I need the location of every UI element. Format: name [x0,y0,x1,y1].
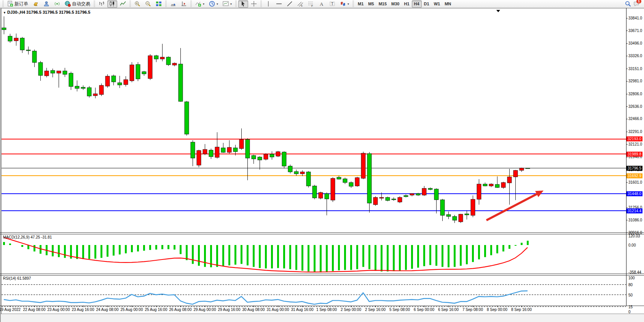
chat-icon[interactable]: 1 [633,1,639,7]
time-axis-label[interactable]: 24 Aug 08:00 [96,308,119,312]
candle-body [453,216,457,220]
tile-windows-button[interactable] [154,0,164,8]
new-order-button[interactable]: 新订单 [5,0,30,8]
time-axis-label[interactable]: 8 Sep 16:00 [511,308,532,312]
time-axis-label[interactable]: 25 Aug 00:00 [121,308,143,312]
market-watch-button[interactable] [31,0,41,8]
zoom-out-button[interactable] [143,0,153,8]
candle-body [404,195,408,197]
trendline-tool-button[interactable] [285,0,295,8]
time-axis-label[interactable]: 29 Aug 00:00 [194,308,216,312]
templates-button[interactable]: ▾ [221,0,234,8]
candle-body [38,62,43,75]
fibonacci-tool-button[interactable]: F [306,0,316,8]
candle-body [258,157,262,160]
macd-indicator-label: MACD(12,26,9) 47.25 -31.81 [3,235,52,239]
candle-body [154,56,158,59]
search-icon[interactable] [625,1,631,7]
macd-axis-label: 0.00 [628,243,636,247]
candle-body [270,154,274,157]
timeframe-button-m1[interactable]: M1 [355,0,366,8]
time-axis-label[interactable]: 23 Aug 00:00 [48,308,70,312]
candle-body [63,71,67,74]
fibonacci-icon: F [308,1,314,7]
timeframe-group: M1M5M15M30H1H4D1W1MN [355,0,453,8]
collapse-arrow-icon[interactable]: ▼ [3,11,6,14]
timeframe-button-m5[interactable]: M5 [366,0,376,8]
vline-tool-button[interactable] [263,0,273,8]
candlestick-button[interactable] [107,0,117,8]
hline-tool-button[interactable] [274,0,284,8]
arrows-icon [340,1,346,7]
timeframe-button-m15[interactable]: M15 [376,0,389,8]
time-axis-label[interactable]: 2 Sep 00:00 [341,308,361,312]
line-chart-button[interactable] [118,0,128,8]
candle-body [57,71,61,73]
candle-body [446,215,451,216]
crosshair-button[interactable] [249,0,259,8]
price-axis-label: 31086.0 [628,218,642,222]
candlestick-icon [109,1,115,7]
zoom-in-button[interactable] [132,0,142,8]
text-tool-button[interactable]: A [317,0,327,8]
candle-body [325,194,329,199]
time-axis-label[interactable]: 5 Sep 08:00 [389,308,410,312]
time-axis-label[interactable]: 26 Aug 08:00 [169,308,192,312]
timeframe-button-mn[interactable]: MN [442,0,453,8]
price-axis-label: 31601.0 [628,180,642,184]
profile-button[interactable] [41,0,51,8]
candle-body [343,179,347,183]
shapes-tool-button[interactable]: ▾ [338,0,351,8]
chart-canvas[interactable] [0,8,644,322]
time-axis-label[interactable]: 6 Sep 00:00 [414,308,434,312]
timeframe-button-w1[interactable]: W1 [432,0,443,8]
candle-body [245,139,250,158]
new-order-label: 新订单 [14,1,28,7]
timeframe-button-h4[interactable]: H4 [412,0,422,8]
candle-body [203,149,207,154]
candle-body [526,168,530,169]
time-axis-label[interactable]: 31 Aug 00:00 [267,308,289,312]
candle-body [118,83,122,85]
candle-body [130,65,134,81]
chart-shift-button[interactable] [179,0,189,8]
time-axis-label[interactable]: 30 Aug 08:00 [242,308,265,312]
candle-body [349,183,353,186]
gold-icon [33,1,39,7]
toolbar-grip[interactable] [2,1,4,7]
candle-body [428,188,432,189]
auto-trade-button[interactable]: 自动交易 [63,0,92,8]
candle-body [172,63,177,65]
channel-tool-button[interactable]: E [295,0,305,8]
candle-body [294,171,298,174]
bar-chart-button[interactable] [97,0,107,8]
time-axis-label[interactable]: 8 Sep 00:00 [487,308,507,312]
candle-body [221,148,225,152]
time-axis-label[interactable]: 1 Sep 08:00 [316,308,337,312]
candle-body [112,76,116,82]
candle-body [124,80,128,85]
candle-body [312,186,317,198]
candle-body [483,184,487,186]
timeframe-button-m30[interactable]: M30 [389,0,402,8]
timeframe-button-d1[interactable]: D1 [422,0,432,8]
cursor-button[interactable] [238,0,248,8]
time-axis-label[interactable]: 31 Aug 16:00 [291,308,314,312]
candle-body [160,57,164,59]
periods-button[interactable]: ▾ [207,0,220,8]
auto-scroll-button[interactable] [168,0,178,8]
template-icon [223,1,229,7]
timeframe-button-h1[interactable]: H1 [402,0,411,8]
time-axis-label[interactable]: 2 Sep 16:00 [365,308,386,312]
time-axis-label[interactable]: 6 Sep 16:00 [438,308,459,312]
indicators-button[interactable]: ▾ [193,0,206,8]
label-tool-button[interactable]: T [327,0,337,8]
time-axis-label[interactable]: 19 Aug 2022 [0,308,21,312]
candle-body [440,200,445,215]
time-axis-label[interactable]: 25 Aug 16:00 [145,308,167,312]
time-axis-label[interactable]: 22 Aug 08:00 [23,308,46,312]
signals-button[interactable] [52,0,62,8]
time-axis-label[interactable]: 23 Aug 16:00 [72,308,94,312]
time-axis-label[interactable]: 7 Sep 08:00 [462,308,483,312]
time-axis-label[interactable]: 29 Aug 16:00 [218,308,241,312]
